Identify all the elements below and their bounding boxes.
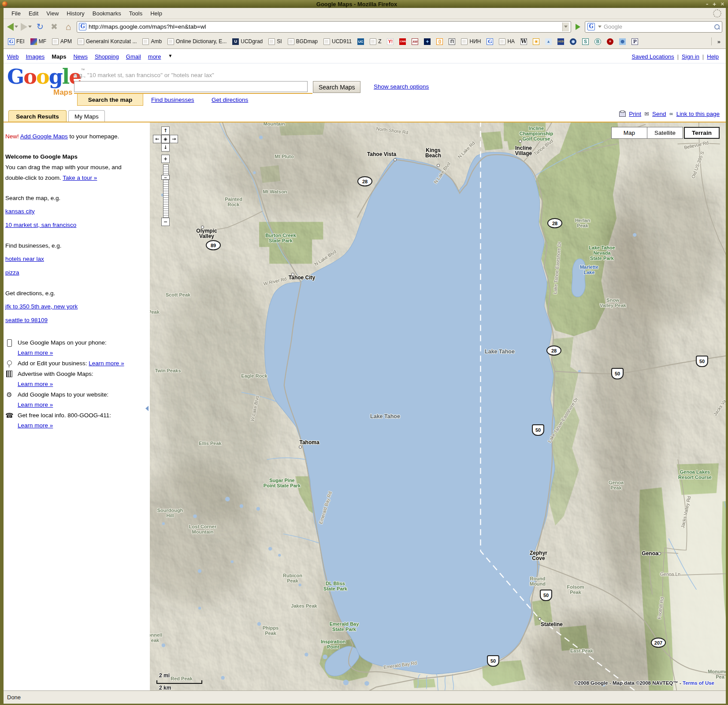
- bookmark-item[interactable]: MF: [30, 38, 46, 45]
- bookmark-item[interactable]: P: [631, 38, 638, 45]
- close-icon[interactable]: ✕: [721, 1, 724, 7]
- bookmark-item[interactable]: ◉: [570, 38, 576, 45]
- satellite-view-button[interactable]: Satellite: [647, 127, 683, 139]
- bookmarks-overflow-chevron[interactable]: »: [717, 38, 721, 45]
- search-engine-dropdown-icon[interactable]: [598, 26, 602, 28]
- zoom-slider[interactable]: [163, 164, 169, 218]
- bookmark-item[interactable]: HA: [499, 38, 515, 45]
- bookmark-item[interactable]: BGDmap: [288, 38, 318, 45]
- gnav-maps[interactable]: Maps: [52, 53, 66, 60]
- example-link[interactable]: 10 market st, san francisco: [5, 219, 76, 231]
- pan-right-button[interactable]: →: [170, 135, 178, 143]
- maximize-icon[interactable]: +: [713, 1, 717, 7]
- gnav-help[interactable]: Help: [707, 53, 719, 60]
- browser-search-placeholder[interactable]: Google: [604, 23, 712, 30]
- terrain-view-button[interactable]: Terrain: [684, 127, 720, 139]
- learn-more-link[interactable]: Learn more »: [18, 422, 53, 429]
- reload-button[interactable]: ↻: [34, 22, 46, 32]
- bookmark-item[interactable]: CNN: [399, 38, 406, 45]
- go-button[interactable]: [576, 24, 580, 30]
- magnifier-icon[interactable]: [714, 24, 720, 30]
- pan-up-button[interactable]: ↑: [161, 126, 170, 135]
- pan-down-button[interactable]: ↓: [161, 143, 170, 152]
- window-titlebar[interactable]: Google Maps - Mozilla Firefox – + ✕: [0, 0, 728, 8]
- bookmark-item[interactable]: Amb: [142, 38, 162, 45]
- gnav-shopping[interactable]: Shopping: [95, 53, 119, 60]
- zoom-out-button[interactable]: −: [161, 218, 170, 226]
- bookmark-item[interactable]: S: [582, 38, 589, 45]
- bookmark-item[interactable]: ⊕: [619, 38, 626, 45]
- bookmark-item[interactable]: UC: [357, 38, 364, 45]
- bookmark-item[interactable]: НИН: [461, 38, 481, 45]
- browser-search-box[interactable]: G Google: [585, 21, 722, 33]
- url-bar[interactable]: G http://maps.google.com/maps?hl=en&tab=…: [77, 21, 571, 33]
- learn-more-link[interactable]: Learn more »: [89, 360, 124, 367]
- bookmark-item[interactable]: (): [436, 38, 443, 45]
- url-dropdown-icon[interactable]: [562, 22, 569, 31]
- learn-more-link[interactable]: Learn more »: [18, 381, 53, 387]
- bookmark-item[interactable]: Π: [449, 38, 455, 45]
- bookmark-item[interactable]: APM: [52, 38, 72, 45]
- example-link[interactable]: pizza: [5, 267, 19, 278]
- bookmark-item[interactable]: W: [520, 38, 527, 45]
- bookmark-item[interactable]: SI: [268, 38, 282, 45]
- bookmark-item[interactable]: R: [607, 38, 613, 45]
- add-to-homepage-link[interactable]: Add Google Maps: [20, 133, 68, 140]
- tab-search-results[interactable]: Search Results: [8, 110, 67, 122]
- pan-left-button[interactable]: ←: [153, 135, 161, 143]
- map-canvas[interactable]: MountainNorth Shore RdTahoe VistaKings B…: [150, 122, 726, 690]
- bookmark-item[interactable]: ▲: [545, 38, 552, 45]
- print-link[interactable]: Print: [629, 111, 641, 117]
- link-to-page-link[interactable]: Link to this page: [676, 111, 720, 117]
- bookmark-item[interactable]: GFEI: [8, 38, 25, 45]
- take-a-tour-link[interactable]: Take a tour »: [63, 174, 97, 181]
- gnav-images[interactable]: Images: [26, 53, 45, 60]
- gnav-sign-in[interactable]: Sign in: [682, 53, 699, 60]
- menu-tools[interactable]: Tools: [126, 9, 146, 18]
- bookmark-item[interactable]: G: [487, 38, 493, 45]
- bookmark-item[interactable]: Y!: [387, 38, 394, 45]
- tab-find-businesses[interactable]: Find businesses: [151, 94, 194, 105]
- collapse-panel-icon[interactable]: [145, 406, 149, 411]
- gnav-gmail[interactable]: Gmail: [126, 53, 141, 60]
- url-text[interactable]: http://maps.google.com/maps?hl=en&tab=wl: [89, 23, 560, 30]
- example-link[interactable]: jfk to 350 5th ave, new york: [5, 301, 78, 312]
- search-maps-button[interactable]: Search Maps: [313, 81, 360, 93]
- terms-of-use-link[interactable]: Terms of Use: [683, 680, 714, 686]
- tab-my-maps[interactable]: My Maps: [68, 110, 105, 122]
- tab-get-directions[interactable]: Get directions: [212, 94, 248, 105]
- bookmark-item[interactable]: Z: [370, 38, 381, 45]
- tab-search-the-map[interactable]: Search the map: [77, 94, 143, 106]
- menu-view[interactable]: View: [43, 9, 62, 18]
- back-button[interactable]: [7, 23, 18, 31]
- pan-center-button[interactable]: ◈: [161, 135, 170, 143]
- learn-more-link[interactable]: Learn more »: [18, 349, 53, 356]
- map-search-input[interactable]: [74, 81, 308, 92]
- menu-history[interactable]: History: [63, 9, 88, 18]
- bookmark-item[interactable]: UCD911: [323, 38, 352, 45]
- example-link[interactable]: kansas city: [5, 205, 35, 217]
- bookmark-item[interactable]: Online Dictionary, E...: [167, 38, 227, 45]
- stop-button[interactable]: ✖: [48, 22, 60, 32]
- minimize-icon[interactable]: –: [706, 1, 709, 7]
- menu-file[interactable]: File: [8, 9, 24, 18]
- map-view-button[interactable]: Map: [611, 127, 647, 139]
- menu-bookmarks[interactable]: Bookmarks: [89, 9, 125, 18]
- forward-button[interactable]: [21, 23, 32, 31]
- gnav-saved-locations[interactable]: Saved Locations: [632, 53, 674, 60]
- show-search-options-link[interactable]: Show search options: [374, 83, 429, 90]
- gnav-web[interactable]: Web: [7, 53, 19, 60]
- home-button[interactable]: ⌂: [63, 22, 74, 32]
- bookmark-item[interactable]: AW: [412, 38, 418, 45]
- bookmark-item[interactable]: ☀: [533, 38, 539, 45]
- bookmark-item[interactable]: ✦: [424, 38, 431, 45]
- example-link[interactable]: hotels near lax: [5, 253, 44, 265]
- learn-more-link[interactable]: Learn more »: [18, 401, 53, 408]
- bookmark-item[interactable]: UCD: [557, 38, 564, 45]
- send-link[interactable]: Send: [652, 111, 666, 117]
- bookmark-item[interactable]: Generalni Konzulat ...: [78, 38, 137, 45]
- bookmark-item[interactable]: UUCDgrad: [232, 38, 263, 45]
- menu-help[interactable]: Help: [147, 9, 166, 18]
- gnav-more[interactable]: more: [148, 53, 161, 60]
- gnav-news[interactable]: News: [73, 53, 88, 60]
